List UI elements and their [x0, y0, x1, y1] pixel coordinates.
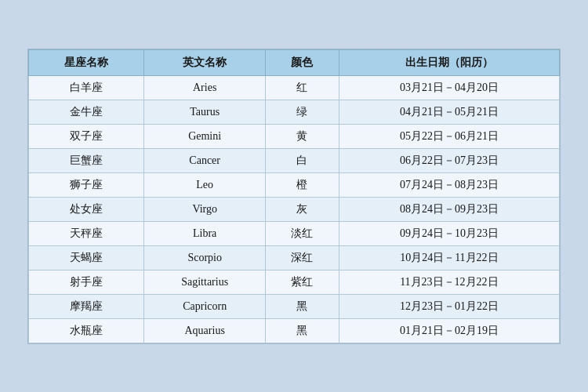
cell-color: 黄: [266, 124, 339, 148]
table-row: 射手座Sagittarius紫红11月23日－12月22日: [29, 270, 560, 294]
table-row: 摩羯座Capricorn黑12月23日－01月22日: [29, 294, 560, 318]
cell-chinese-name: 狮子座: [29, 172, 144, 197]
cell-english-name: Sagittarius: [144, 270, 266, 294]
cell-chinese-name: 处女座: [29, 197, 144, 221]
table-header-row: 星座名称 英文名称 颜色 出生日期（阳历）: [29, 49, 560, 75]
cell-chinese-name: 水瓶座: [29, 318, 144, 343]
cell-dates: 12月23日－01月22日: [339, 294, 559, 318]
table-row: 白羊座Aries红03月21日－04月20日: [29, 75, 560, 100]
cell-dates: 04月21日－05月21日: [339, 100, 559, 124]
table-row: 天秤座Libra淡红09月24日－10月23日: [29, 221, 560, 245]
cell-chinese-name: 双子座: [29, 124, 144, 148]
cell-color: 黑: [266, 294, 339, 318]
cell-english-name: Virgo: [144, 197, 266, 221]
cell-dates: 09月24日－10月23日: [339, 221, 559, 245]
cell-chinese-name: 射手座: [29, 270, 144, 294]
cell-dates: 01月21日－02月19日: [339, 318, 559, 343]
cell-english-name: Aries: [144, 75, 266, 100]
cell-dates: 06月22日－07月23日: [339, 148, 559, 172]
cell-english-name: Taurus: [144, 100, 266, 124]
cell-dates: 05月22日－06月21日: [339, 124, 559, 148]
cell-dates: 08月24日－09月23日: [339, 197, 559, 221]
table-row: 狮子座Leo橙07月24日－08月23日: [29, 172, 560, 197]
cell-color: 白: [266, 148, 339, 172]
cell-chinese-name: 巨蟹座: [29, 148, 144, 172]
cell-english-name: Capricorn: [144, 294, 266, 318]
cell-english-name: Libra: [144, 221, 266, 245]
cell-chinese-name: 金牛座: [29, 100, 144, 124]
cell-english-name: Gemini: [144, 124, 266, 148]
cell-dates: 07月24日－08月23日: [339, 172, 559, 197]
header-color: 颜色: [266, 49, 339, 75]
cell-dates: 03月21日－04月20日: [339, 75, 559, 100]
cell-color: 黑: [266, 318, 339, 343]
table-row: 双子座Gemini黄05月22日－06月21日: [29, 124, 560, 148]
cell-color: 绿: [266, 100, 339, 124]
cell-chinese-name: 天秤座: [29, 221, 144, 245]
cell-chinese-name: 摩羯座: [29, 294, 144, 318]
cell-chinese-name: 白羊座: [29, 75, 144, 100]
cell-color: 红: [266, 75, 339, 100]
cell-english-name: Leo: [144, 172, 266, 197]
table-row: 巨蟹座Cancer白06月22日－07月23日: [29, 148, 560, 172]
cell-english-name: Aquarius: [144, 318, 266, 343]
cell-color: 淡红: [266, 221, 339, 245]
table-row: 天蝎座Scorpio深红10月24日－11月22日: [29, 245, 560, 270]
cell-dates: 11月23日－12月22日: [339, 270, 559, 294]
cell-color: 灰: [266, 197, 339, 221]
header-english-name: 英文名称: [144, 49, 266, 75]
header-chinese-name: 星座名称: [29, 49, 144, 75]
zodiac-table-container: 星座名称 英文名称 颜色 出生日期（阳历） 白羊座Aries红03月21日－04…: [27, 49, 561, 344]
header-dates: 出生日期（阳历）: [339, 49, 559, 75]
cell-dates: 10月24日－11月22日: [339, 245, 559, 270]
cell-color: 橙: [266, 172, 339, 197]
table-body: 白羊座Aries红03月21日－04月20日金牛座Taurus绿04月21日－0…: [29, 75, 560, 343]
table-row: 水瓶座Aquarius黑01月21日－02月19日: [29, 318, 560, 343]
zodiac-table: 星座名称 英文名称 颜色 出生日期（阳历） 白羊座Aries红03月21日－04…: [28, 49, 560, 343]
cell-english-name: Scorpio: [144, 245, 266, 270]
cell-chinese-name: 天蝎座: [29, 245, 144, 270]
cell-color: 深红: [266, 245, 339, 270]
table-row: 处女座Virgo灰08月24日－09月23日: [29, 197, 560, 221]
cell-english-name: Cancer: [144, 148, 266, 172]
cell-color: 紫红: [266, 270, 339, 294]
table-row: 金牛座Taurus绿04月21日－05月21日: [29, 100, 560, 124]
